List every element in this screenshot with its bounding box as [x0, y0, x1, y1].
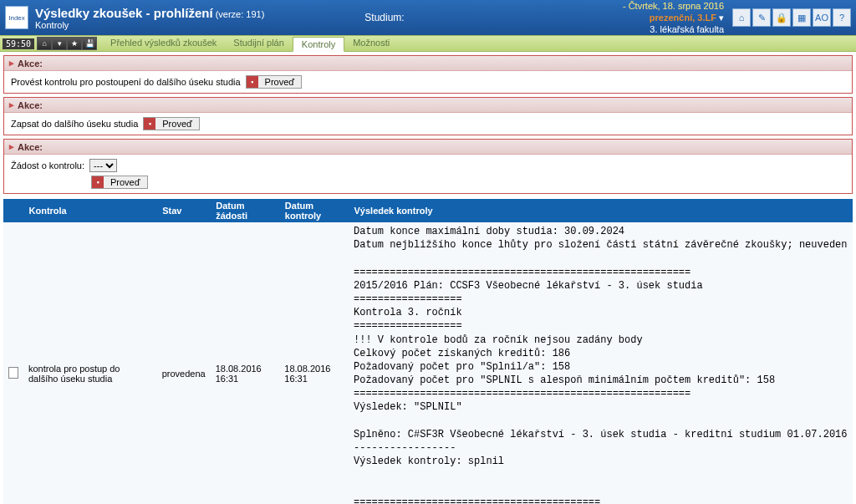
page-subtitle: Kontroly	[35, 20, 264, 30]
akce-body-1: Provést kontrolu pro postoupení do další…	[4, 71, 852, 93]
nav-mini-buttons: ⌂ ▾ ★ 💾	[37, 37, 97, 50]
session-timer: 59:50	[3, 38, 34, 49]
collapse-icon[interactable]: ▸	[9, 99, 14, 110]
action-icon: ▪	[247, 76, 258, 88]
akce-body-3: Žádost o kontrolu: --- ▪ Proveď	[4, 155, 852, 193]
akce-body-2: Zapsat do dalšího úseku studia ▪ Proveď	[4, 113, 852, 135]
program-label[interactable]: prezenční, 3.LF	[650, 13, 716, 23]
nav-save-icon[interactable]: 💾	[82, 37, 97, 50]
table-row: kontrola pro postup do dalšího úseku stu…	[3, 222, 853, 504]
action-icon: ▪	[92, 176, 104, 188]
tab-moznosti[interactable]: Možnosti	[344, 36, 398, 51]
cell-datum-kontroly: 18.08.2016 16:31	[279, 222, 349, 504]
request-label: Žádost o kontrolu:	[11, 160, 84, 171]
akce-text-1: Provést kontrolu pro postoupení do další…	[11, 77, 241, 87]
akce-label: Akce:	[18, 142, 43, 152]
nav-home-icon[interactable]: ⌂	[37, 37, 52, 50]
tab-studijni-plan[interactable]: Studijní plán	[225, 36, 293, 51]
collapse-icon[interactable]: ▸	[9, 141, 14, 152]
help-icon[interactable]: ?	[833, 8, 851, 27]
result-text: Datum konce maximální doby studia: 30.09…	[354, 225, 848, 504]
cell-datum-zadosti: 18.08.2016 16:31	[211, 222, 280, 504]
proved-button-3[interactable]: ▪ Proveď	[91, 176, 148, 189]
akce-section-2: ▸ Akce: Zapsat do dalšího úseku studia ▪…	[3, 97, 853, 135]
proved-label: Proveď	[155, 118, 199, 130]
akce-heading: ▸ Akce:	[4, 56, 852, 71]
col-datum-zadosti: Datum žádosti	[211, 199, 280, 222]
header-right-info: - Čtvrtek, 18. srpna 2016 prezenční, 3.L…	[623, 0, 727, 35]
version-label: (verze: 191)	[216, 9, 265, 19]
cell-vysledek: Datum konce maximální doby studia: 30.09…	[349, 222, 853, 504]
col-vysledek: Výsledek kontroly	[349, 199, 853, 222]
page-title: Výsledky zkoušek - prohlížení	[35, 6, 213, 20]
request-select[interactable]: ---	[89, 159, 117, 172]
lock-icon[interactable]: 🔒	[772, 8, 791, 27]
col-kontrola: Kontrola	[23, 199, 157, 222]
cell-stav: provedena	[157, 222, 211, 504]
proved-label: Proveď	[258, 76, 302, 88]
header-toolbar: ⌂ ✎ 🔒 ▦ AO ?	[732, 8, 851, 27]
current-date: - Čtvrtek, 18. srpna 2016	[623, 0, 724, 12]
akce-heading: ▸ Akce:	[4, 98, 852, 113]
nav-tabs: Přehled výsledků zkoušek Studijní plán K…	[102, 36, 398, 51]
lang-icon[interactable]: AO	[813, 8, 831, 27]
akce-heading: ▸ Akce:	[4, 140, 852, 155]
app-header: Index Výsledky zkoušek - prohlížení (ver…	[0, 0, 856, 35]
nav-bar: 59:50 ⌂ ▾ ★ 💾 Přehled výsledků zkoušek S…	[0, 35, 856, 52]
studium-label: Studium:	[264, 12, 623, 23]
cell-kontrola: kontrola pro postup do dalšího úseku stu…	[23, 222, 157, 504]
header-title-block: Výsledky zkoušek - prohlížení (verze: 19…	[35, 6, 264, 30]
akce-label: Akce:	[18, 100, 43, 110]
tab-kontroly[interactable]: Kontroly	[293, 37, 344, 52]
proved-button-1[interactable]: ▪ Proveď	[246, 75, 303, 89]
table-header-row: Kontrola Stav Datum žádosti Datum kontro…	[3, 199, 853, 222]
akce-label: Akce:	[18, 59, 43, 69]
app-logo: Index	[5, 6, 28, 29]
page-icon[interactable]	[8, 367, 18, 379]
akce-section-1: ▸ Akce: Provést kontrolu pro postoupení …	[3, 55, 853, 94]
program-dropdown-icon[interactable]: ▾	[719, 13, 724, 23]
proved-label: Proveď	[104, 176, 147, 188]
results-table: Kontrola Stav Datum žádosti Datum kontro…	[3, 199, 853, 504]
proved-button-2[interactable]: ▪ Proveď	[143, 117, 200, 130]
col-datum-kontroly: Datum kontroly	[279, 199, 349, 222]
akce-section-3: ▸ Akce: Žádost o kontrolu: --- ▪ Proveď	[3, 139, 853, 194]
collapse-icon[interactable]: ▸	[9, 58, 14, 69]
grid-icon[interactable]: ▦	[792, 8, 811, 27]
akce-text-2: Zapsat do dalšího úseku studia	[11, 119, 138, 129]
home-icon[interactable]: ⌂	[732, 8, 751, 27]
col-stav: Stav	[157, 199, 211, 222]
faculty-label: 3. lékařská fakulta	[623, 23, 724, 35]
journal-icon[interactable]: ✎	[752, 8, 771, 27]
nav-star-icon[interactable]: ★	[67, 37, 82, 50]
nav-down-icon[interactable]: ▾	[52, 37, 67, 50]
action-icon: ▪	[144, 118, 155, 130]
tab-prehled[interactable]: Přehled výsledků zkoušek	[102, 36, 225, 51]
